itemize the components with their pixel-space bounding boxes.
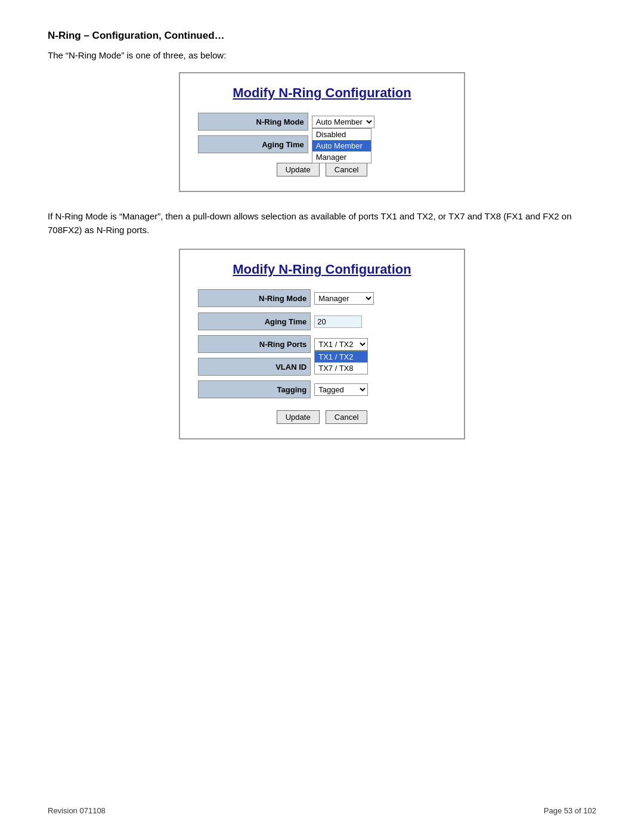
config-box-1: Modify N-Ring Configuration N-Ring Mode …	[179, 72, 465, 192]
cancel-button-1[interactable]: Cancel	[326, 163, 367, 176]
page-footer: Revision 071108 Page 53 of 102	[48, 806, 596, 815]
nring-ports-label: N-Ring Ports	[199, 336, 311, 353]
cancel-button-2[interactable]: Cancel	[326, 410, 367, 424]
config-box-2: Modify N-Ring Configuration N-Ring Mode …	[179, 249, 465, 439]
nring-mode-label-2: N-Ring Mode	[199, 290, 311, 307]
dropdown-item-tx7tx8[interactable]: TX7 / TX8	[315, 363, 367, 374]
table-row	[199, 330, 447, 336]
aging-time-input-2[interactable]	[314, 315, 362, 328]
dropdown-item-auto-member[interactable]: Auto Member	[312, 140, 371, 151]
nring-mode-value-2: Manager	[311, 290, 446, 307]
table-row	[199, 307, 447, 313]
update-button-1[interactable]: Update	[277, 163, 320, 176]
table-row: N-Ring Ports TX1 / TX2 TX1 / TX2 TX7 / T…	[199, 336, 447, 353]
aging-time-value-2	[311, 313, 446, 330]
table-row: N-Ring Mode Manager	[199, 290, 447, 307]
footer-revision: Revision 071108	[48, 806, 106, 815]
aging-time-label-2: Aging Time	[199, 313, 311, 330]
config-box-2-title: Modify N-Ring Configuration	[198, 262, 446, 277]
nring-ports-select[interactable]: TX1 / TX2	[314, 338, 368, 351]
config-box-2-buttons: Update Cancel	[198, 410, 446, 424]
config-box-1-title: Modify N-Ring Configuration	[198, 85, 446, 101]
config-form-1: N-Ring Mode Auto Member Disabled Auto Me…	[198, 113, 446, 153]
body-text: If N-Ring Mode is “Manager”, then a pull…	[48, 210, 596, 237]
vlan-id-label: VLAN ID	[199, 358, 311, 376]
config-form-2: N-Ring Mode Manager Aging Time N-Ring Po…	[198, 289, 446, 398]
tagging-value: Tagged	[311, 381, 446, 398]
tagging-label: Tagging	[199, 381, 311, 398]
nring-ports-dropdown-container[interactable]: TX1 / TX2 TX1 / TX2 TX7 / TX8	[314, 338, 368, 351]
footer-page-number: Page 53 of 102	[544, 806, 596, 815]
table-row: Aging Time	[199, 313, 447, 330]
config-box-1-buttons: Update Cancel	[198, 163, 446, 176]
table-row: N-Ring Mode Auto Member Disabled Auto Me…	[199, 113, 447, 131]
dropdown-item-disabled[interactable]: Disabled	[312, 129, 371, 140]
section-title: N-Ring – Configuration, Continued…	[48, 30, 596, 42]
nring-ports-dropdown-open: TX1 / TX2 TX7 / TX8	[314, 351, 368, 374]
aging-time-label-1: Aging Time	[199, 136, 308, 153]
nring-mode-value-1: Auto Member Disabled Auto Member Manager	[308, 113, 446, 131]
table-row: Tagging Tagged	[199, 381, 447, 398]
nring-mode-dropdown-open-1: Disabled Auto Member Manager	[312, 128, 371, 163]
dropdown-item-tx1tx2[interactable]: TX1 / TX2	[315, 351, 367, 363]
nring-mode-select-1[interactable]: Auto Member	[312, 116, 374, 128]
dropdown-item-manager[interactable]: Manager	[312, 151, 371, 163]
nring-ports-value: TX1 / TX2 TX1 / TX2 TX7 / TX8	[311, 336, 446, 353]
nring-mode-select-2[interactable]: Manager	[314, 292, 374, 305]
update-button-2[interactable]: Update	[277, 410, 320, 424]
table-row	[199, 376, 447, 381]
nring-mode-dropdown-container-1[interactable]: Auto Member Disabled Auto Member Manager	[312, 116, 374, 128]
intro-text: The “N-Ring Mode” is one of three, as be…	[48, 50, 596, 60]
nring-mode-label-1: N-Ring Mode	[199, 113, 308, 131]
tagging-select[interactable]: Tagged	[314, 383, 368, 396]
